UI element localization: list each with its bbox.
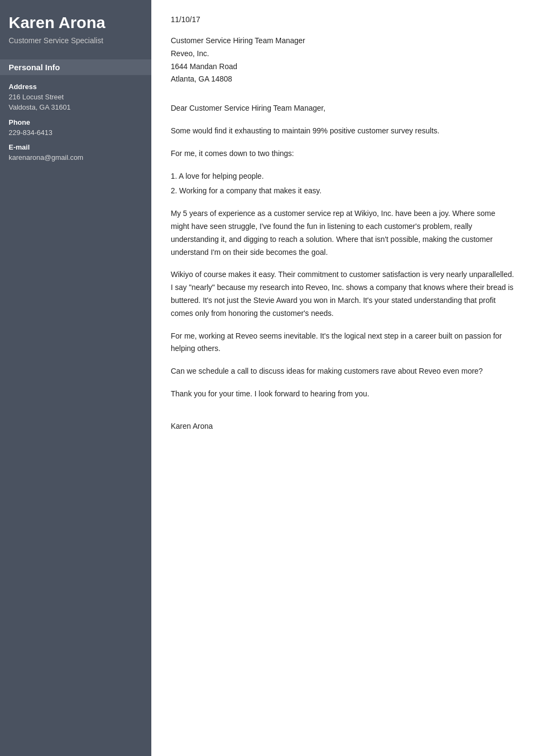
sidebar: Karen Arona Customer Service Specialist … xyxy=(0,0,151,756)
list-block: 1. A love for helping people. 2. Working… xyxy=(171,170,516,198)
paragraph3: My 5 years of experience as a customer s… xyxy=(171,207,516,259)
paragraph4: Wikiyo of course makes it easy. Their co… xyxy=(171,268,516,320)
letter-body: Dear Customer Service Hiring Team Manage… xyxy=(171,102,516,433)
email-label: E-mail xyxy=(9,143,143,151)
paragraph5: For me, working at Reveo seems inevitabl… xyxy=(171,330,516,356)
applicant-name: Karen Arona xyxy=(9,13,143,32)
paragraph2: For me, it comes down to two things: xyxy=(171,147,516,160)
letter-date: 11/10/17 xyxy=(171,15,516,24)
paragraph7: Thank you for your time. I look forward … xyxy=(171,388,516,401)
salutation: Dear Customer Service Hiring Team Manage… xyxy=(171,102,516,115)
phone-value: 229-834-6413 xyxy=(9,127,143,138)
personal-info-heading: Personal Info xyxy=(0,59,151,75)
address-label: Address xyxy=(9,83,143,91)
letter-content: 11/10/17 Customer Service Hiring Team Ma… xyxy=(151,0,535,756)
email-value: karenarona@gmail.com xyxy=(9,152,143,163)
paragraph6: Can we schedule a call to discuss ideas … xyxy=(171,365,516,378)
recipient-line4: Atlanta, GA 14808 xyxy=(171,73,516,86)
applicant-job-title: Customer Service Specialist xyxy=(9,36,143,46)
paragraph1: Some would find it exhausting to maintai… xyxy=(171,125,516,138)
phone-label: Phone xyxy=(9,118,143,126)
signature-block: Karen Arona xyxy=(171,420,516,433)
address-line1: 216 Locust Street xyxy=(9,92,143,103)
signature: Karen Arona xyxy=(171,420,516,433)
address-line2: Valdosta, GA 31601 xyxy=(9,102,143,113)
list-item2: 2. Working for a company that makes it e… xyxy=(171,185,516,198)
recipient-block: Customer Service Hiring Team Manager Rev… xyxy=(171,35,516,86)
recipient-line2: Reveo, Inc. xyxy=(171,48,516,60)
list-item1: 1. A love for helping people. xyxy=(171,170,516,183)
recipient-line1: Customer Service Hiring Team Manager xyxy=(171,35,516,48)
recipient-line3: 1644 Mandan Road xyxy=(171,60,516,73)
